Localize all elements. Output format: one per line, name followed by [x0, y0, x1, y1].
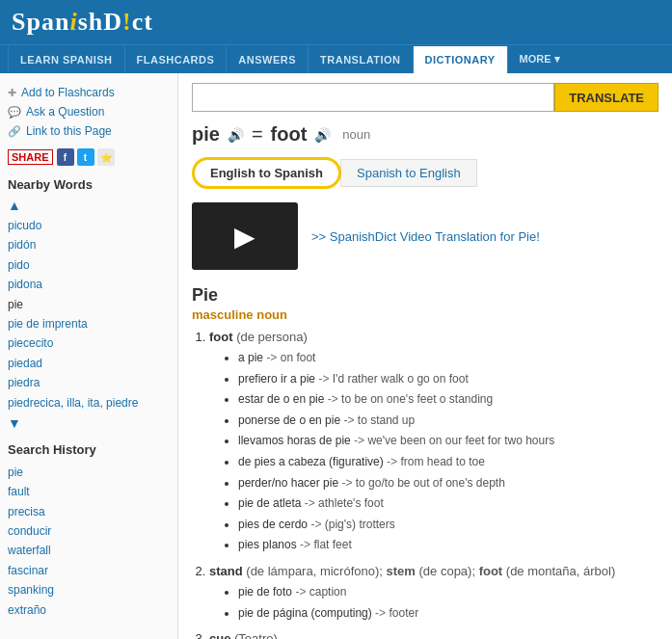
nearby-pidon[interactable]: pidón — [8, 235, 170, 254]
navbar: LEARN SPANISH FLASHCARDS ANSWERS TRANSLA… — [0, 44, 672, 73]
list-item: fault — [8, 482, 170, 501]
examples-2: pie de foto -> caption pie de página (co… — [209, 582, 659, 624]
equals-sign: = — [252, 123, 263, 146]
nav-learn-spanish[interactable]: LEARN SPANISH — [8, 46, 125, 73]
history-fault[interactable]: fault — [8, 482, 170, 501]
nearby-pidona[interactable]: pidona — [8, 275, 170, 294]
nearby-piedrecica[interactable]: piedrecica, illa, ita, piedre — [8, 393, 170, 413]
example-item: pies de cerdo -> (pig's) trotters — [238, 515, 659, 536]
nearby-piedad[interactable]: piedad — [8, 354, 170, 373]
example-item: pie de foto -> caption — [238, 582, 659, 603]
list-item: pie de imprenta — [8, 314, 170, 333]
nearby-pie-de-imprenta[interactable]: pie de imprenta — [8, 314, 170, 333]
history-extrano[interactable]: extraño — [8, 600, 170, 620]
example-item: de pies a cabeza (figurative) -> from he… — [238, 452, 659, 473]
nav-dictionary[interactable]: DICTIONARY — [414, 46, 508, 73]
list-item: pie — [8, 463, 170, 482]
def-context-2: (de lámpara, micrófono); stem (de copa);… — [246, 564, 615, 578]
list-item: fascinar — [8, 561, 170, 580]
search-history-title: Search History — [8, 442, 170, 457]
definition-2: stand (de lámpara, micrófono); stem (de … — [209, 564, 659, 624]
nearby-words-list: picudo pidón pido pidona pie pie de impr… — [8, 216, 170, 413]
example-item: llevamos horas de pie -> we've been on o… — [238, 431, 659, 452]
examples-1: a pie -> on foot prefiero ir a pie -> I'… — [209, 348, 659, 556]
history-conducir[interactable]: conducir — [8, 521, 170, 541]
word-header: pie 🔊 = foot 🔊 noun — [192, 123, 659, 146]
def-word-3: cue — [209, 631, 230, 639]
word-spanish: pie — [192, 123, 220, 146]
share-bar: SHARE f t ⭐ — [8, 148, 170, 166]
nav-more[interactable]: MORE ▾ — [508, 45, 572, 73]
nav-answers[interactable]: ANSWERS — [227, 46, 309, 73]
nearby-picudo[interactable]: picudo — [8, 216, 170, 235]
other-share-icon[interactable]: ⭐ — [97, 148, 115, 166]
nearby-pie[interactable]: pie — [8, 295, 170, 314]
nearby-up-arrow: ▲ — [8, 198, 170, 213]
add-to-flashcards-link[interactable]: ✚ Add to Flashcards — [8, 83, 170, 102]
facebook-share-icon[interactable]: f — [57, 148, 74, 166]
def-word-1: foot — [209, 330, 233, 344]
nav-translation[interactable]: TRANSLATION — [309, 46, 414, 73]
def-context-1: (de persona) — [236, 330, 308, 344]
ask-icon: 💬 — [8, 106, 21, 119]
word-english: foot — [271, 123, 308, 146]
definitions-list: foot (de persona) a pie -> on foot prefi… — [192, 330, 659, 639]
search-input[interactable] — [192, 83, 554, 112]
list-item: pie — [8, 295, 170, 314]
video-thumbnail[interactable]: ▶ — [192, 202, 298, 270]
definition-1: foot (de persona) a pie -> on foot prefi… — [209, 330, 659, 556]
history-spanking[interactable]: spanking — [8, 580, 170, 599]
example-item: a pie -> on foot — [238, 348, 659, 369]
list-item: pidona — [8, 275, 170, 294]
tabs-container: English to Spanish Spanish to English — [192, 157, 659, 189]
example-item: pie de página (computing) -> footer — [238, 603, 659, 625]
list-item: extraño — [8, 600, 170, 620]
part-of-speech: noun — [342, 127, 370, 142]
example-item: pies planos -> flat feet — [238, 535, 659, 556]
example-item: pie de atleta -> athlete's foot — [238, 493, 659, 515]
video-link[interactable]: >> SpanishDict Video Translation for Pie… — [311, 229, 540, 244]
entry-headword: Pie — [192, 285, 659, 306]
list-item: piedra — [8, 373, 170, 392]
list-item: piedad — [8, 354, 170, 373]
list-item: precisa — [8, 502, 170, 521]
nav-flashcards[interactable]: FLASHCARDS — [125, 46, 228, 73]
history-fascinar[interactable]: fascinar — [8, 561, 170, 580]
speaker-icon-spanish[interactable]: 🔊 — [228, 127, 244, 143]
nearby-piedra[interactable]: piedra — [8, 373, 170, 392]
content-area: TRANSLATE pie 🔊 = foot 🔊 noun English to… — [178, 73, 672, 639]
logo[interactable]: SpanishD!ct — [12, 8, 153, 37]
list-item: pido — [8, 255, 170, 275]
nearby-pido[interactable]: pido — [8, 255, 170, 275]
example-item: estar de o en pie -> to be on one's feet… — [238, 389, 659, 411]
translate-button[interactable]: TRANSLATE — [554, 83, 659, 112]
main-layout: ✚ Add to Flashcards 💬 Ask a Question 🔗 L… — [0, 73, 672, 639]
add-icon: ✚ — [8, 87, 16, 99]
link-to-page-link[interactable]: 🔗 Link to this Page — [8, 121, 170, 141]
tab-english-to-spanish[interactable]: English to Spanish — [192, 157, 341, 189]
def-word-2: stand — [209, 564, 243, 578]
search-bar: TRANSLATE — [192, 83, 659, 112]
history-precisa[interactable]: precisa — [8, 502, 170, 521]
share-label: SHARE — [8, 149, 53, 165]
speaker-icon-english[interactable]: 🔊 — [314, 127, 331, 143]
header: SpanishD!ct — [0, 0, 672, 44]
history-waterfall[interactable]: waterfall — [8, 541, 170, 560]
list-item: piececito — [8, 333, 170, 353]
link-icon: 🔗 — [8, 125, 21, 138]
example-item: ponerse de o en pie -> to stand up — [238, 411, 659, 432]
definition-3: cue (Teatro) — [209, 631, 659, 639]
search-history-list: pie fault precisa conducir waterfall fas… — [8, 463, 170, 620]
list-item: picudo — [8, 216, 170, 235]
video-section: ▶ >> SpanishDict Video Translation for P… — [192, 202, 659, 270]
nearby-words-title: Nearby Words — [8, 177, 170, 192]
tab-spanish-to-english[interactable]: Spanish to English — [340, 159, 477, 187]
ask-question-link[interactable]: 💬 Ask a Question — [8, 102, 170, 121]
twitter-share-icon[interactable]: t — [77, 148, 94, 166]
sidebar: ✚ Add to Flashcards 💬 Ask a Question 🔗 L… — [0, 73, 178, 639]
history-pie[interactable]: pie — [8, 463, 170, 482]
def-context-3: (Teatro) — [234, 631, 278, 639]
nearby-piececito[interactable]: piececito — [8, 333, 170, 353]
entry-pos: masculine noun — [192, 307, 659, 322]
list-item: pidón — [8, 235, 170, 254]
